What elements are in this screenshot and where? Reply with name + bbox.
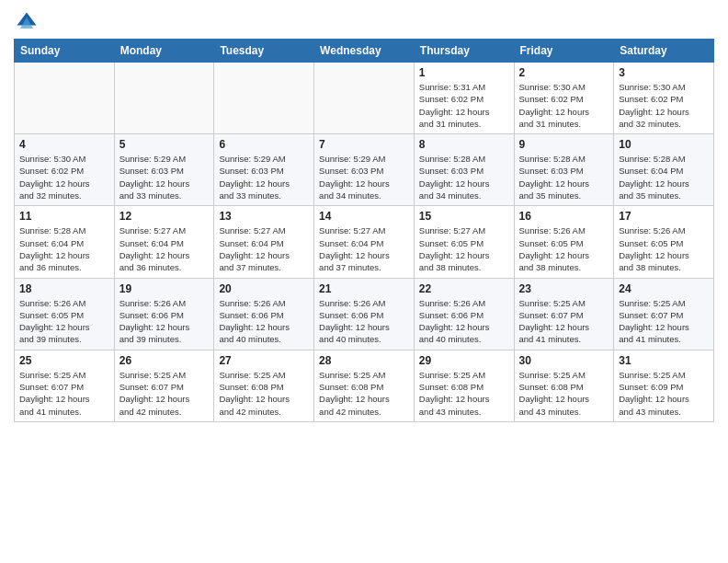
day-info: Sunrise: 5:25 AM Sunset: 6:08 PM Dayligh… xyxy=(519,369,609,418)
day-number: 5 xyxy=(119,138,210,151)
calendar-cell: 2Sunrise: 5:30 AM Sunset: 6:02 PM Daylig… xyxy=(514,63,614,134)
calendar-cell: 29Sunrise: 5:25 AM Sunset: 6:08 PM Dayli… xyxy=(414,350,514,421)
calendar-cell: 1Sunrise: 5:31 AM Sunset: 6:02 PM Daylig… xyxy=(414,63,514,134)
day-number: 30 xyxy=(519,354,609,367)
day-info: Sunrise: 5:28 AM Sunset: 6:03 PM Dayligh… xyxy=(519,153,609,201)
day-number: 20 xyxy=(219,282,309,295)
day-info: Sunrise: 5:26 AM Sunset: 6:05 PM Dayligh… xyxy=(19,297,109,346)
logo xyxy=(14,9,43,35)
day-number: 21 xyxy=(319,282,409,295)
day-number: 16 xyxy=(519,210,609,223)
day-info: Sunrise: 5:25 AM Sunset: 6:09 PM Dayligh… xyxy=(619,369,709,418)
day-number: 17 xyxy=(619,210,709,223)
day-info: Sunrise: 5:30 AM Sunset: 6:02 PM Dayligh… xyxy=(619,81,709,130)
calendar-cell: 18Sunrise: 5:26 AM Sunset: 6:05 PM Dayli… xyxy=(15,278,115,350)
day-info: Sunrise: 5:29 AM Sunset: 6:03 PM Dayligh… xyxy=(119,153,210,201)
day-number: 24 xyxy=(619,282,709,295)
calendar-cell: 3Sunrise: 5:30 AM Sunset: 6:02 PM Daylig… xyxy=(614,63,714,134)
day-number: 8 xyxy=(419,138,509,151)
calendar-cell xyxy=(214,63,314,134)
day-info: Sunrise: 5:25 AM Sunset: 6:08 PM Dayligh… xyxy=(419,369,509,418)
weekday-header-saturday: Saturday xyxy=(614,40,714,63)
day-info: Sunrise: 5:25 AM Sunset: 6:07 PM Dayligh… xyxy=(519,297,609,346)
weekday-header-sunday: Sunday xyxy=(15,40,115,63)
day-info: Sunrise: 5:29 AM Sunset: 6:03 PM Dayligh… xyxy=(219,153,309,201)
calendar-cell xyxy=(15,63,115,134)
day-info: Sunrise: 5:27 AM Sunset: 6:04 PM Dayligh… xyxy=(219,224,309,273)
calendar-cell: 13Sunrise: 5:27 AM Sunset: 6:04 PM Dayli… xyxy=(214,206,314,278)
day-number: 6 xyxy=(219,138,309,151)
day-info: Sunrise: 5:30 AM Sunset: 6:02 PM Dayligh… xyxy=(19,153,109,201)
calendar-cell: 12Sunrise: 5:27 AM Sunset: 6:04 PM Dayli… xyxy=(114,206,214,278)
day-number: 2 xyxy=(519,66,609,79)
logo-icon xyxy=(14,9,40,35)
calendar-cell: 31Sunrise: 5:25 AM Sunset: 6:09 PM Dayli… xyxy=(614,350,714,421)
calendar-week-row-3: 11Sunrise: 5:28 AM Sunset: 6:04 PM Dayli… xyxy=(15,206,714,278)
calendar-cell: 9Sunrise: 5:28 AM Sunset: 6:03 PM Daylig… xyxy=(514,134,614,206)
calendar-cell: 5Sunrise: 5:29 AM Sunset: 6:03 PM Daylig… xyxy=(114,134,214,206)
day-number: 7 xyxy=(319,138,409,151)
day-info: Sunrise: 5:25 AM Sunset: 6:07 PM Dayligh… xyxy=(19,369,109,418)
calendar-cell: 4Sunrise: 5:30 AM Sunset: 6:02 PM Daylig… xyxy=(15,134,115,206)
day-number: 26 xyxy=(119,354,210,367)
day-number: 12 xyxy=(119,210,210,223)
calendar-week-row-4: 18Sunrise: 5:26 AM Sunset: 6:05 PM Dayli… xyxy=(15,278,714,350)
calendar-cell: 6Sunrise: 5:29 AM Sunset: 6:03 PM Daylig… xyxy=(214,134,314,206)
calendar-table: SundayMondayTuesdayWednesdayThursdayFrid… xyxy=(14,39,714,422)
calendar-cell: 21Sunrise: 5:26 AM Sunset: 6:06 PM Dayli… xyxy=(314,278,415,350)
calendar-cell: 16Sunrise: 5:26 AM Sunset: 6:05 PM Dayli… xyxy=(514,206,614,278)
calendar-cell: 23Sunrise: 5:25 AM Sunset: 6:07 PM Dayli… xyxy=(514,278,614,350)
day-number: 10 xyxy=(619,138,709,151)
calendar-cell: 15Sunrise: 5:27 AM Sunset: 6:05 PM Dayli… xyxy=(414,206,514,278)
calendar-cell: 24Sunrise: 5:25 AM Sunset: 6:07 PM Dayli… xyxy=(614,278,714,350)
day-info: Sunrise: 5:26 AM Sunset: 6:05 PM Dayligh… xyxy=(619,224,709,273)
day-info: Sunrise: 5:25 AM Sunset: 6:07 PM Dayligh… xyxy=(119,369,210,418)
weekday-header-wednesday: Wednesday xyxy=(314,40,415,63)
day-number: 13 xyxy=(219,210,309,223)
calendar-cell: 28Sunrise: 5:25 AM Sunset: 6:08 PM Dayli… xyxy=(314,350,415,421)
calendar-cell: 30Sunrise: 5:25 AM Sunset: 6:08 PM Dayli… xyxy=(514,350,614,421)
calendar-cell: 27Sunrise: 5:25 AM Sunset: 6:08 PM Dayli… xyxy=(214,350,314,421)
day-info: Sunrise: 5:26 AM Sunset: 6:05 PM Dayligh… xyxy=(519,224,609,273)
day-info: Sunrise: 5:25 AM Sunset: 6:07 PM Dayligh… xyxy=(619,297,709,346)
day-number: 18 xyxy=(19,282,109,295)
day-number: 27 xyxy=(219,354,309,367)
day-info: Sunrise: 5:25 AM Sunset: 6:08 PM Dayligh… xyxy=(319,369,409,418)
day-info: Sunrise: 5:26 AM Sunset: 6:06 PM Dayligh… xyxy=(119,297,210,346)
day-info: Sunrise: 5:27 AM Sunset: 6:04 PM Dayligh… xyxy=(119,224,210,273)
weekday-header-tuesday: Tuesday xyxy=(214,40,314,63)
day-info: Sunrise: 5:26 AM Sunset: 6:06 PM Dayligh… xyxy=(419,297,509,346)
day-info: Sunrise: 5:26 AM Sunset: 6:06 PM Dayligh… xyxy=(319,297,409,346)
day-number: 22 xyxy=(419,282,509,295)
weekday-header-monday: Monday xyxy=(114,40,214,63)
page-container: SundayMondayTuesdayWednesdayThursdayFrid… xyxy=(0,0,728,431)
header xyxy=(14,9,714,35)
day-number: 9 xyxy=(519,138,609,151)
calendar-cell: 20Sunrise: 5:26 AM Sunset: 6:06 PM Dayli… xyxy=(214,278,314,350)
day-info: Sunrise: 5:28 AM Sunset: 6:04 PM Dayligh… xyxy=(19,224,109,273)
calendar-cell xyxy=(114,63,214,134)
calendar-cell xyxy=(314,63,415,134)
day-info: Sunrise: 5:26 AM Sunset: 6:06 PM Dayligh… xyxy=(219,297,309,346)
day-number: 14 xyxy=(319,210,409,223)
day-number: 4 xyxy=(19,138,109,151)
day-info: Sunrise: 5:30 AM Sunset: 6:02 PM Dayligh… xyxy=(519,81,609,130)
day-info: Sunrise: 5:25 AM Sunset: 6:08 PM Dayligh… xyxy=(219,369,309,418)
weekday-header-friday: Friday xyxy=(514,40,614,63)
day-number: 3 xyxy=(619,66,709,79)
calendar-week-row-1: 1Sunrise: 5:31 AM Sunset: 6:02 PM Daylig… xyxy=(15,63,714,134)
day-number: 19 xyxy=(119,282,210,295)
calendar-cell: 14Sunrise: 5:27 AM Sunset: 6:04 PM Dayli… xyxy=(314,206,415,278)
day-info: Sunrise: 5:29 AM Sunset: 6:03 PM Dayligh… xyxy=(319,153,409,201)
day-number: 31 xyxy=(619,354,709,367)
calendar-cell: 26Sunrise: 5:25 AM Sunset: 6:07 PM Dayli… xyxy=(114,350,214,421)
calendar-cell: 19Sunrise: 5:26 AM Sunset: 6:06 PM Dayli… xyxy=(114,278,214,350)
calendar-cell: 7Sunrise: 5:29 AM Sunset: 6:03 PM Daylig… xyxy=(314,134,415,206)
day-number: 11 xyxy=(19,210,109,223)
calendar-cell: 17Sunrise: 5:26 AM Sunset: 6:05 PM Dayli… xyxy=(614,206,714,278)
weekday-header-row: SundayMondayTuesdayWednesdayThursdayFrid… xyxy=(15,40,714,63)
weekday-header-thursday: Thursday xyxy=(414,40,514,63)
day-info: Sunrise: 5:27 AM Sunset: 6:04 PM Dayligh… xyxy=(319,224,409,273)
calendar-cell: 8Sunrise: 5:28 AM Sunset: 6:03 PM Daylig… xyxy=(414,134,514,206)
day-number: 29 xyxy=(419,354,509,367)
